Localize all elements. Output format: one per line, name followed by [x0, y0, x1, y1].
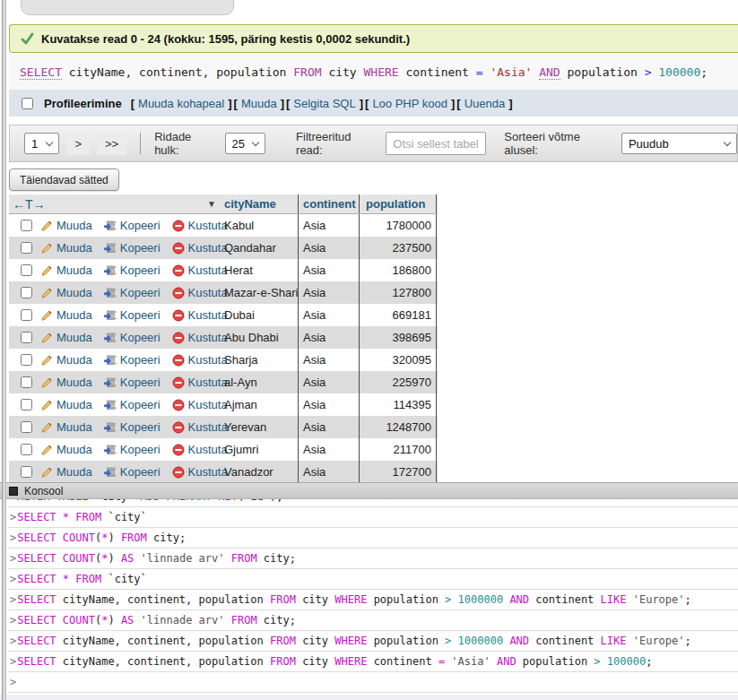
- edit-row-link[interactable]: Muuda: [40, 465, 92, 479]
- copy-row-link[interactable]: Kopeeri: [104, 331, 161, 344]
- row-checkbox[interactable]: [21, 444, 32, 455]
- delete-row-link[interactable]: Kustuta: [172, 219, 228, 232]
- sql-token: cityName, continent, population: [62, 65, 293, 79]
- profiling-checkbox[interactable]: [22, 98, 33, 109]
- clipped-top-tab[interactable]: [21, 0, 234, 15]
- cell-population: 320095: [359, 349, 437, 371]
- row-checkbox[interactable]: [21, 399, 32, 410]
- table-row: Muuda Kopeeri Kustuta: [9, 371, 438, 393]
- sql-token: 100000: [658, 65, 700, 79]
- edit-row-link[interactable]: Muuda: [40, 376, 92, 389]
- row-checkbox[interactable]: [21, 376, 32, 388]
- edit-row-link[interactable]: Muuda: [40, 353, 92, 367]
- console-history[interactable]: >ALTER TABLE `city` ADD PRIMARY KEY(`id`…: [8, 499, 738, 700]
- copy-row-link[interactable]: Kopeeri: [104, 241, 161, 255]
- edit-row-link[interactable]: Muuda: [40, 420, 92, 434]
- copy-row-link[interactable]: Kopeeri: [104, 420, 161, 434]
- delete-row-link[interactable]: Kustuta: [172, 443, 228, 456]
- copy-row-icon: [104, 332, 117, 344]
- column-header-cityname[interactable]: cityName: [224, 197, 276, 211]
- edit-row-link[interactable]: Muuda: [40, 286, 92, 299]
- console-history-line[interactable]: >SELECT COUNT(*) AS 'linnade arv' FROM c…: [8, 610, 738, 631]
- column-header-population[interactable]: population: [366, 197, 425, 211]
- table-row: Muuda Kopeeri Kustuta: [9, 349, 438, 371]
- edit-row-link[interactable]: Muuda: [40, 398, 92, 411]
- delete-row-link[interactable]: Kustuta: [172, 286, 228, 299]
- copy-row-link[interactable]: Kopeeri: [104, 376, 161, 389]
- row-checkbox[interactable]: [21, 421, 32, 433]
- console-input-strip[interactable]: [0, 695, 738, 700]
- delete-row-link[interactable]: Kustuta: [172, 331, 228, 344]
- profiling-link[interactable]: [Selgita SQL]: [286, 97, 363, 110]
- row-checkbox[interactable]: [21, 354, 32, 366]
- row-checkbox[interactable]: [21, 220, 32, 231]
- console-history-line[interactable]: >SELECT cityName, continent, population …: [8, 590, 738, 610]
- page-select[interactable]: 1: [24, 133, 59, 154]
- edit-row-link[interactable]: Muuda: [40, 264, 92, 277]
- cell-continent: Asia: [298, 281, 359, 304]
- delete-row-link[interactable]: Kustuta: [172, 398, 228, 411]
- row-checkbox[interactable]: [21, 332, 32, 343]
- rows-count-select[interactable]: 25: [225, 133, 265, 154]
- copy-row-link[interactable]: Kopeeri: [104, 443, 161, 456]
- sort-key-label: Sorteeri võtme alusel:: [504, 130, 614, 157]
- cell-continent: Asia: [298, 438, 359, 461]
- copy-row-link[interactable]: Kopeeri: [104, 353, 161, 367]
- edit-row-link[interactable]: Muuda: [40, 219, 92, 232]
- delete-row-link[interactable]: Kustuta: [172, 353, 228, 367]
- cell-continent: Asia: [298, 416, 359, 438]
- success-check-icon: [21, 32, 34, 45]
- copy-row-link[interactable]: Kopeeri: [104, 308, 161, 322]
- console-history-line[interactable]: >SELECT cityName, continent, population …: [8, 631, 738, 652]
- profiling-link[interactable]: [Uuenda]: [456, 97, 512, 110]
- row-checkbox[interactable]: [21, 264, 32, 276]
- cell-population: 114395: [359, 393, 437, 416]
- console-history-line[interactable]: >SELECT cityName, continent, population …: [8, 652, 738, 672]
- copy-row-link[interactable]: Kopeeri: [104, 286, 161, 299]
- table-search-input[interactable]: [386, 132, 486, 155]
- row-checkbox[interactable]: [21, 287, 32, 298]
- delete-row-link[interactable]: Kustuta: [172, 264, 228, 277]
- copy-row-link[interactable]: Kopeeri: [104, 219, 161, 232]
- delete-row-link[interactable]: Kustuta: [172, 308, 228, 322]
- console-history-line[interactable]: >: [8, 672, 738, 693]
- copy-row-link[interactable]: Kopeeri: [104, 264, 161, 277]
- row-checkbox[interactable]: [21, 466, 32, 478]
- filtered-rows-label: Filtreeritud read:: [296, 130, 378, 157]
- delete-row-link[interactable]: Kustuta: [172, 241, 228, 255]
- edit-row-link[interactable]: Muuda: [40, 331, 92, 344]
- results-table-body: Muuda Kopeeri Kustuta: [9, 214, 438, 482]
- delete-row-link[interactable]: Kustuta: [172, 376, 228, 389]
- sql-token: FROM: [293, 65, 321, 79]
- profiling-link[interactable]: [Muuda]: [234, 97, 284, 110]
- copy-row-link[interactable]: Kopeeri: [104, 398, 161, 411]
- row-checkbox[interactable]: [21, 242, 32, 254]
- console-history-line[interactable]: >SELECT * FROM `city`: [8, 507, 738, 528]
- delete-row-link[interactable]: Kustuta: [172, 420, 228, 434]
- column-header-continent[interactable]: continent: [303, 197, 356, 211]
- edit-row-link[interactable]: Muuda: [40, 308, 92, 322]
- console-history-line[interactable]: >SELECT COUNT(*) FROM city;: [8, 528, 738, 549]
- edit-row-link[interactable]: Muuda: [40, 443, 92, 456]
- sort-key-select[interactable]: Puudub: [621, 133, 737, 154]
- console-header-bar[interactable]: Konsool: [0, 482, 738, 499]
- delete-row-link[interactable]: Kustuta: [172, 465, 228, 479]
- cell-population: 127800: [359, 281, 437, 304]
- console-history-line[interactable]: >SELECT * FROM `city`: [8, 569, 738, 590]
- edit-row-link[interactable]: Muuda: [40, 241, 92, 255]
- sql-token[interactable]: AND: [539, 65, 560, 80]
- console-history-line[interactable]: >ALTER TABLE `city` ADD PRIMARY KEY(`id`…: [8, 499, 738, 507]
- next-page-button[interactable]: >: [66, 133, 90, 155]
- cell-population: 1248700: [359, 416, 437, 438]
- last-page-button[interactable]: >>: [97, 133, 126, 155]
- row-checkbox[interactable]: [21, 309, 32, 321]
- profiling-link[interactable]: [Loo PHP kood]: [365, 97, 455, 110]
- sort-arrow-icon[interactable]: ▼: [207, 199, 216, 209]
- console-history-line[interactable]: >SELECT COUNT(*) AS 'linnade arv' FROM c…: [8, 549, 738, 569]
- column-nav-control[interactable]: ←T→: [13, 197, 46, 212]
- copy-row-link[interactable]: Kopeeri: [104, 465, 161, 479]
- extra-options-button[interactable]: Täiendavad sätted: [9, 169, 119, 191]
- profiling-link[interactable]: [Muuda kohapeal]: [131, 97, 232, 110]
- profiling-links: [Muuda kohapeal][Muuda][Selgita SQL][Loo…: [131, 97, 515, 110]
- sql-token[interactable]: SELECT: [20, 65, 62, 80]
